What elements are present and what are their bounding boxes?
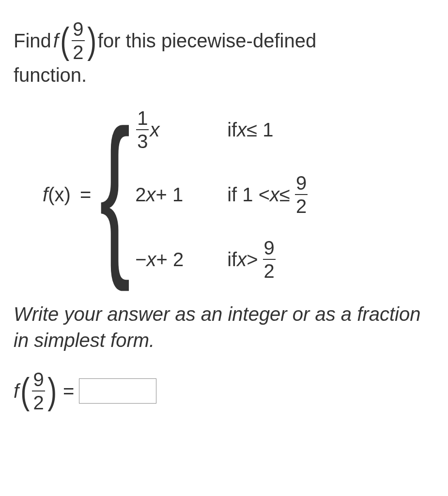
left-brace: { <box>100 123 131 262</box>
case-2-cond: if 1 < x ≤ 9 2 <box>227 173 309 216</box>
neg: − <box>135 246 146 272</box>
denominator: 2 <box>72 41 84 62</box>
left-paren: ( <box>20 376 30 406</box>
denominator: 2 <box>32 391 45 412</box>
fraction-9-2: 9 2 <box>32 370 45 412</box>
cond-rel: ≤ <box>279 181 290 208</box>
prompt-argument: ( 9 2 ) <box>59 19 98 62</box>
var-x: x <box>147 246 156 272</box>
answer-line: f ( 9 2 ) = <box>14 370 434 412</box>
var-x: x <box>146 181 155 208</box>
prompt-post: for this piecewise-defined <box>98 28 316 54</box>
prompt-line2: function. <box>14 62 434 88</box>
case-1-cond: if x ≤ 1 <box>227 117 309 143</box>
numerator: 9 <box>263 238 276 259</box>
var-x: x <box>237 117 247 143</box>
piecewise-definition: f(x) = { 1 3 x if x ≤ 1 2x + 1 <box>43 108 434 281</box>
denominator: 3 <box>136 130 149 151</box>
numerator: 9 <box>295 173 308 194</box>
instruction: Write your answer as an integer or as a … <box>14 301 434 353</box>
answer-argument: ( 9 2 ) <box>19 370 58 412</box>
case-2-expr: 2x + 1 <box>135 181 184 208</box>
numerator: 1 <box>136 108 149 129</box>
question-page: Find f ( 9 2 ) for this piecewise-define… <box>0 0 448 417</box>
cond-rel: ≤ 1 <box>247 117 273 143</box>
cond-rel: > <box>247 246 258 272</box>
var-x: x <box>150 117 159 143</box>
prompt: Find f ( 9 2 ) for this piecewise-define… <box>14 19 434 88</box>
prompt-pre: Find <box>14 28 51 54</box>
answer-f: f <box>14 378 19 404</box>
var-x: x <box>270 181 279 208</box>
equals-sign: = <box>63 378 74 404</box>
case-1-expr: 1 3 x <box>135 108 184 151</box>
case-3-cond: if x > 9 2 <box>227 238 309 281</box>
left-paren: ( <box>60 26 69 56</box>
tail: + 1 <box>155 181 183 208</box>
case-3-expr: −x + 2 <box>135 246 184 272</box>
tail: + 2 <box>156 246 184 272</box>
cond-pre: if 1 < <box>227 181 270 208</box>
right-paren: ) <box>87 26 96 56</box>
fraction-9-2: 9 2 <box>72 19 84 62</box>
numerator: 9 <box>32 370 45 391</box>
piecewise-cases: 1 3 x if x ≤ 1 2x + 1 if 1 < x ≤ <box>135 108 309 281</box>
fraction-9-2: 9 2 <box>263 238 276 281</box>
cond-pre: if <box>227 246 237 272</box>
cond-pre: if <box>227 117 237 143</box>
coef: 2 <box>135 181 146 208</box>
denominator: 2 <box>295 195 308 216</box>
piecewise-lhs: f(x) = <box>43 181 91 208</box>
fraction-1-3: 1 3 <box>136 108 149 151</box>
answer-input[interactable] <box>79 378 156 404</box>
fraction-9-2: 9 2 <box>295 173 308 216</box>
denominator: 2 <box>263 260 276 281</box>
prompt-f: f <box>53 28 59 54</box>
var-x: x <box>237 246 247 272</box>
lhs-f: f <box>43 184 48 205</box>
right-paren: ) <box>47 376 57 406</box>
lhs-x: (x) <box>48 184 71 205</box>
equals-sign: = <box>80 184 91 205</box>
numerator: 9 <box>72 19 84 40</box>
